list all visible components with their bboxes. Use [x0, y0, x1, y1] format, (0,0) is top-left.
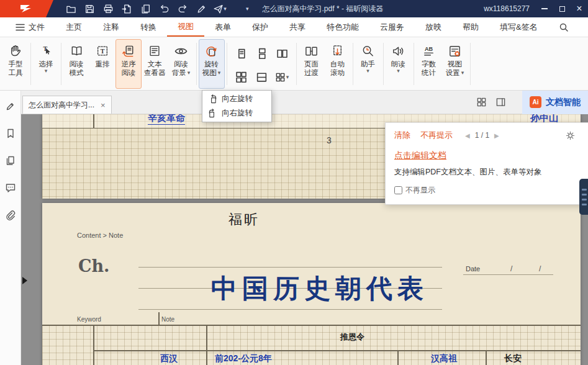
select-tool-button[interactable]: T 选择 ▾	[33, 39, 59, 89]
svg-text:AB: AB	[425, 46, 433, 52]
page2-event: 推恩令	[340, 331, 364, 343]
open-file-button[interactable]	[63, 2, 78, 16]
speaker-icon	[391, 42, 405, 60]
minimize-button[interactable]	[536, 0, 553, 17]
sign-button[interactable]	[194, 2, 209, 16]
page-display-options-button[interactable]: ▾	[273, 66, 292, 88]
menu-home[interactable]: 主页	[55, 17, 93, 37]
comments-panel-button[interactable]	[5, 182, 16, 194]
attachments-panel-button[interactable]	[5, 210, 16, 221]
text-viewer-button[interactable]: 文本 查看器	[142, 39, 168, 89]
split-view-icon	[256, 71, 268, 83]
dont-show-checkbox[interactable]	[394, 186, 402, 194]
document-viewport[interactable]: 辛亥革命 孙中山 3 福昕 Content > Note Ch. 中国历史朝代表…	[21, 114, 588, 365]
reverse-reading-button[interactable]: 逆序 阅读	[115, 39, 142, 89]
bookmarks-panel-button[interactable]	[5, 128, 16, 139]
quick-access-toolbar: ▾	[63, 2, 227, 16]
table-col-line	[206, 325, 207, 365]
menu-present[interactable]: 放映	[415, 17, 452, 37]
assistant-button[interactable]: 助手 ▾	[355, 39, 381, 89]
auto-scroll-button[interactable]: 自动 滚动	[325, 39, 351, 89]
facing-view-button[interactable]	[273, 42, 292, 65]
print-button[interactable]	[101, 2, 115, 16]
left-sidebar	[0, 91, 21, 365]
word-count-button[interactable]: AB 字数 统计	[416, 39, 442, 89]
menu-file[interactable]: 文件	[5, 17, 55, 37]
continuous-view-button[interactable]	[252, 42, 271, 65]
maximize-button[interactable]	[553, 0, 571, 17]
open-book-icon	[70, 42, 84, 60]
eye-icon	[174, 42, 188, 60]
view-settings-button[interactable]: 视图 设置▾	[442, 39, 468, 89]
menu-convert[interactable]: 转换	[130, 17, 167, 37]
facing-continuous-icon	[235, 71, 247, 83]
account-name[interactable]: wx118615277	[484, 4, 530, 13]
reflow-button[interactable]: T 重排	[89, 39, 115, 89]
read-aloud-button[interactable]: 朗读 ▾	[386, 39, 412, 89]
menu-fill-sign[interactable]: 填写&签名	[489, 17, 548, 37]
clear-link[interactable]: 清除	[394, 130, 410, 141]
widget-stripe	[582, 199, 587, 201]
prev-hint-icon[interactable]: ◀	[465, 132, 470, 139]
rotate-left-menu-item[interactable]: 向左旋转	[202, 92, 271, 106]
menu-share[interactable]: 共享	[279, 17, 316, 37]
ribbon-divider	[61, 43, 61, 85]
export-button[interactable]	[119, 2, 134, 16]
dont-remind-link[interactable]: 不再提示	[420, 130, 453, 141]
search-button[interactable]	[548, 17, 579, 37]
ribbon-divider	[196, 43, 197, 85]
menu-view[interactable]: 视图	[167, 17, 204, 37]
ribbon-divider	[296, 43, 297, 85]
rotate-right-menu-item[interactable]: 向右旋转	[202, 106, 271, 120]
reading-background-button[interactable]: 阅读 背景▾	[168, 39, 194, 89]
menu-features[interactable]: 特色功能	[316, 17, 369, 37]
rotate-view-button[interactable]: 旋转 视图▾	[199, 39, 225, 89]
menu-form[interactable]: 表单	[204, 17, 242, 37]
hint-settings-button[interactable]	[566, 131, 575, 140]
ribbon-divider	[227, 43, 227, 85]
menu-cloud[interactable]: 云服务	[369, 17, 415, 37]
widget-stripe	[582, 194, 587, 196]
thumbnail-grid-icon[interactable]	[476, 97, 487, 107]
reverse-reading-icon	[122, 42, 136, 60]
edit-document-link[interactable]: 点击编辑文档	[394, 150, 446, 161]
hand-icon	[9, 42, 23, 60]
redo-button[interactable]	[175, 2, 190, 16]
page2-capital: 长安	[504, 353, 522, 364]
page2-grid-section	[42, 325, 581, 365]
section-line	[42, 325, 581, 326]
split-view-button[interactable]	[252, 66, 271, 88]
undo-button[interactable]	[156, 2, 171, 16]
page1-entry-1: 辛亥革命	[148, 114, 185, 125]
hand-tool-button[interactable]: 手型 工具	[2, 39, 29, 89]
read-mode-button[interactable]: 阅读 模式	[63, 39, 89, 89]
pages-panel-button[interactable]	[5, 155, 16, 166]
bookmark-icon	[5, 128, 16, 139]
menu-protect[interactable]: 保护	[242, 17, 279, 37]
collapsed-toolbar-widget[interactable]	[579, 179, 588, 215]
rotate-right-icon	[208, 109, 217, 118]
save-button[interactable]	[82, 2, 97, 16]
table-col-line	[397, 350, 399, 365]
share-button[interactable]: ▾	[212, 2, 227, 16]
edit-annotation-button[interactable]	[5, 101, 16, 112]
side-panel-icon[interactable]	[495, 97, 506, 107]
single-page-view-button[interactable]	[232, 42, 251, 65]
facing-continuous-view-button[interactable]	[232, 66, 251, 88]
menu-help[interactable]: 帮助	[452, 17, 489, 37]
copy-document-button[interactable]	[138, 2, 153, 16]
customize-toolbar-chevron-icon[interactable]: ▾	[246, 6, 249, 11]
foxit-logo	[0, 0, 53, 17]
tab-close-icon[interactable]: ×	[101, 101, 106, 109]
close-button[interactable]: ×	[571, 0, 588, 17]
menu-comment[interactable]: 注释	[93, 17, 130, 37]
page2-title: 中国历史朝代表	[199, 273, 441, 305]
doc-ai-panel-button[interactable]: Ai 文档智能	[522, 91, 588, 114]
page-transition-button[interactable]: 页面 过渡	[299, 39, 325, 89]
chevron-down-icon: ▾	[366, 68, 369, 73]
next-hint-icon[interactable]: ▶	[494, 132, 499, 139]
document-tab[interactable]: 怎么面对高中学习... ×	[22, 96, 112, 114]
expand-panel-arrow[interactable]	[22, 277, 27, 284]
page1-table-line	[93, 114, 94, 128]
ribbon-toolbar: 手型 工具 T 选择 ▾ 阅读 模式 T 重排 逆序 阅读 文本 查看器 阅读 …	[0, 37, 588, 91]
